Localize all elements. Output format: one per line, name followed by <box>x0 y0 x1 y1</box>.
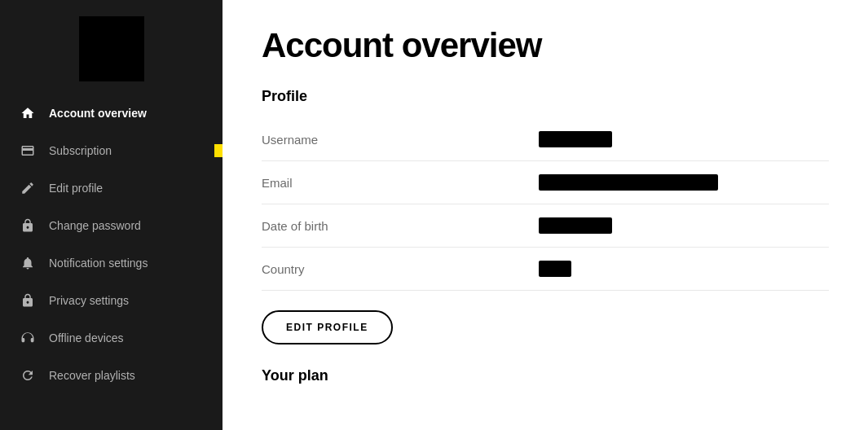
sidebar-item-label: Subscription <box>49 144 112 157</box>
profile-label-country: Country <box>262 262 539 276</box>
pencil-icon <box>20 180 36 196</box>
sidebar-logo <box>79 16 144 81</box>
svg-marker-0 <box>214 138 223 164</box>
sidebar-item-label: Account overview <box>49 107 147 120</box>
profile-value-username <box>539 131 829 147</box>
profile-row-country: Country <box>262 248 829 291</box>
profile-table: Username Email Date of birth Country <box>262 118 829 291</box>
card-icon <box>20 143 36 159</box>
redacted-country <box>539 261 571 277</box>
profile-row-username: Username <box>262 118 829 161</box>
sidebar-item-account-overview[interactable]: Account overview <box>0 94 223 132</box>
sidebar-item-privacy-settings[interactable]: Privacy settings <box>0 282 223 319</box>
sidebar-item-subscription[interactable]: Subscription <box>0 132 223 169</box>
profile-value-dob <box>539 217 829 234</box>
sidebar-item-label: Notification settings <box>49 257 148 270</box>
profile-label-username: Username <box>262 133 539 147</box>
profile-row-email: Email <box>262 161 829 204</box>
sidebar-item-offline-devices[interactable]: Offline devices <box>0 319 223 357</box>
profile-row-dob: Date of birth <box>262 204 829 248</box>
sidebar: Account overview Subscription Edit profi… <box>0 0 223 430</box>
refresh-icon <box>20 367 36 384</box>
sidebar-item-label: Edit profile <box>49 182 103 195</box>
page-title: Account overview <box>262 26 829 65</box>
lock-icon <box>20 217 36 234</box>
redacted-email <box>539 174 718 191</box>
redacted-username <box>539 131 612 147</box>
main-content: Account overview Profile Username Email … <box>223 0 868 430</box>
bell-icon <box>20 255 36 271</box>
sidebar-item-recover-playlists[interactable]: Recover playlists <box>0 357 223 394</box>
home-icon <box>20 105 36 121</box>
profile-value-email <box>539 174 829 191</box>
edit-profile-button[interactable]: EDIT PROFILE <box>262 310 393 344</box>
headphones-icon <box>20 330 36 346</box>
profile-label-email: Email <box>262 176 539 190</box>
sidebar-item-label: Change password <box>49 219 141 232</box>
sidebar-item-label: Recover playlists <box>49 369 135 382</box>
sidebar-item-notification-settings[interactable]: Notification settings <box>0 244 223 282</box>
profile-value-country <box>539 261 829 277</box>
sidebar-item-label: Privacy settings <box>49 294 129 307</box>
sidebar-item-label: Offline devices <box>49 331 124 344</box>
arrow-annotation <box>214 138 223 164</box>
lock2-icon <box>20 292 36 309</box>
profile-label-dob: Date of birth <box>262 219 539 233</box>
sidebar-nav: Account overview Subscription Edit profi… <box>0 94 223 394</box>
your-plan-title: Your plan <box>262 367 829 384</box>
sidebar-item-change-password[interactable]: Change password <box>0 207 223 244</box>
sidebar-item-edit-profile[interactable]: Edit profile <box>0 169 223 207</box>
profile-section-title: Profile <box>262 88 829 105</box>
redacted-dob <box>539 217 612 234</box>
